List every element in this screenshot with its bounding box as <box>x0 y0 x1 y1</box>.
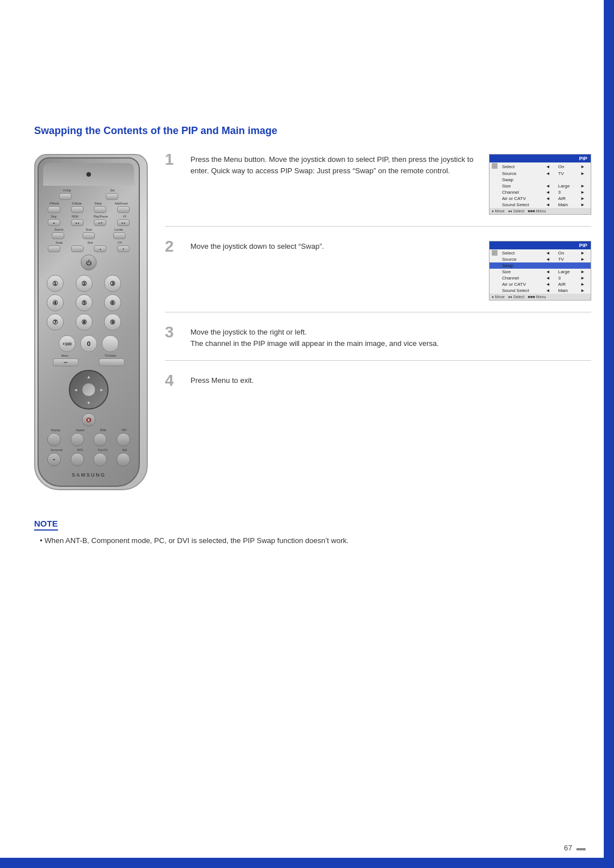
btn-mts[interactable] <box>70 453 84 466</box>
nav-up[interactable]: ▲ <box>84 372 93 381</box>
btn-8[interactable]: ⑧ <box>76 314 93 331</box>
btn-favch[interactable] <box>93 453 107 466</box>
btn-adderase[interactable] <box>117 206 130 213</box>
btn-2[interactable]: ② <box>76 275 93 292</box>
label-pip: PIP <box>122 428 126 432</box>
pip-menu-1: PIP Select ◄ On ► Source ◄ <box>489 154 591 215</box>
btn-power[interactable]: ⏻ <box>81 254 97 270</box>
label-adderase: Add/Erase <box>114 202 127 205</box>
right-border <box>604 0 614 868</box>
nav-right[interactable]: ► <box>97 385 106 394</box>
pip-icon-cell <box>489 162 500 170</box>
remote-body: V-chip Set P.Mode S.Mode Sleep Add/Erase <box>38 157 140 487</box>
pip2-row-select: Select ◄ On ► <box>489 249 591 256</box>
btn-9[interactable]: ⑨ <box>104 314 121 331</box>
btn-playpause[interactable]: ►/II <box>94 219 106 226</box>
main-area: V-chip Set P.Mode S.Mode Sleep Add/Erase <box>34 154 591 490</box>
pip-label-swap: Swap <box>500 177 591 183</box>
remote-menu-tv-labels: Menu TV/Video <box>43 354 134 357</box>
pip-arrow-right-select: ► <box>578 162 591 170</box>
btn-size[interactable] <box>71 245 84 252</box>
pip-menu-2-table: Select ◄ On ► Source ◄ TV ► <box>489 249 591 294</box>
label-ch: CH <box>118 241 122 244</box>
pip2-icon-size <box>489 269 500 275</box>
btn-7[interactable]: ⑦ <box>47 314 64 331</box>
btn-pmode[interactable] <box>48 206 60 213</box>
pip2-icon-swap <box>489 262 500 269</box>
remote-btn-row-4 <box>43 232 134 239</box>
pip2-label-channel: Channel <box>500 275 544 281</box>
page-number-text: 67 <box>564 844 572 852</box>
pip-arrow-left-aircatv: ◄ <box>544 195 556 202</box>
btn-3[interactable]: ③ <box>104 275 121 292</box>
pip2-arrow-left-channel: ◄ <box>544 275 556 281</box>
step-2-number: 2 <box>165 239 182 254</box>
btn-scan[interactable] <box>82 232 95 239</box>
btn-plus100[interactable]: +100 <box>59 335 76 352</box>
pip2-arrow-left-select: ◄ <box>544 249 556 256</box>
btn-surround[interactable]: ▪▪ <box>47 453 61 466</box>
label-favch: Fav.CH <box>98 448 107 452</box>
pip-menu-2: PIP Select ◄ On ► Source ◄ <box>489 241 591 301</box>
pip2-row-aircatv: Air or CATV ◄ AIR ► <box>489 281 591 287</box>
btn-smode[interactable] <box>71 206 84 213</box>
pip-icon-channel <box>489 189 500 195</box>
pip-row-source: Source ◄ TV ► <box>489 170 591 177</box>
btn-mute[interactable]: 🔇 <box>82 413 96 427</box>
btn-0[interactable]: 0 <box>80 335 97 352</box>
btn-tvvideo[interactable] <box>99 358 125 366</box>
nav-left[interactable]: ◄ <box>71 385 80 394</box>
btn-locate[interactable] <box>113 232 126 239</box>
pip2-value-select: On <box>556 249 578 256</box>
btn-dnie[interactable] <box>93 433 107 446</box>
pip-value-size: Large <box>556 183 578 189</box>
btn-sleep[interactable] <box>94 206 106 213</box>
label-ff: FF <box>123 215 127 218</box>
label-scan: Scan <box>86 228 92 231</box>
btn-menu[interactable]: ▪▪▪ <box>53 358 78 366</box>
label-aspect: Aspect <box>76 428 84 432</box>
nav-enter[interactable] <box>82 383 96 397</box>
btn-still[interactable] <box>117 453 130 466</box>
btn-6[interactable]: ⑥ <box>104 294 121 311</box>
btn-source[interactable] <box>52 232 64 239</box>
pip-arrow-left-select: ◄ <box>544 162 556 170</box>
btn-4[interactable]: ④ <box>47 294 64 311</box>
pip2-arrow-right-channel: ► <box>578 275 591 281</box>
nav-down[interactable]: ▼ <box>84 398 93 407</box>
btn-5[interactable]: ⑤ <box>76 294 93 311</box>
note-bullet-text: When ANT-B, Component mode, PC, or DVI i… <box>44 536 349 545</box>
btn-stop[interactable]: ■ <box>48 219 60 226</box>
btn-aspect[interactable] <box>70 433 84 446</box>
btn-swap[interactable] <box>48 245 60 252</box>
pip2-value-source: TV <box>556 256 578 262</box>
btn-prech[interactable] <box>102 335 119 352</box>
label-playpause: Play/Pause <box>94 215 108 218</box>
btn-set[interactable] <box>106 193 118 200</box>
btn-display[interactable] <box>47 433 61 446</box>
pip2-value-size: Large <box>556 269 578 275</box>
btn-ch-down[interactable]: ▼ <box>117 245 130 252</box>
pip2-icon-channel <box>489 275 500 281</box>
pip-value-sound: Main <box>556 202 578 208</box>
btn-ch-up[interactable]: ▲ <box>94 245 106 252</box>
remote-bottom-row-2: ▪▪ <box>43 453 134 466</box>
label-display: Display <box>51 428 60 432</box>
pip2-row-source: Source ◄ TV ► <box>489 256 591 262</box>
step-1-number: 1 <box>165 152 182 168</box>
btn-pip[interactable] <box>117 433 130 446</box>
label-set: Set <box>110 189 115 192</box>
btn-rew[interactable]: ◄◄ <box>71 219 84 226</box>
btn-1[interactable]: ① <box>47 275 64 292</box>
pip-label-sound: Sound Select <box>500 202 544 208</box>
btn-vchip[interactable] <box>59 193 72 200</box>
label-locate: Locate <box>114 228 123 231</box>
section-title: Swapping the Contents of the PIP and Mai… <box>34 125 591 137</box>
pip2-label-swap: Swap <box>500 262 591 269</box>
btn-ff[interactable]: ►► <box>117 219 130 226</box>
pip-row-channel: Channel ◄ 3 ► <box>489 189 591 195</box>
pip2-row-swap-selected: Swap <box>489 262 591 269</box>
step-1-text: Press the Menu button. Move the joystick… <box>190 154 475 176</box>
note-text: • When ANT-B, Component mode, PC, or DVI… <box>40 535 591 547</box>
pip2-value-sound: Main <box>556 287 578 294</box>
